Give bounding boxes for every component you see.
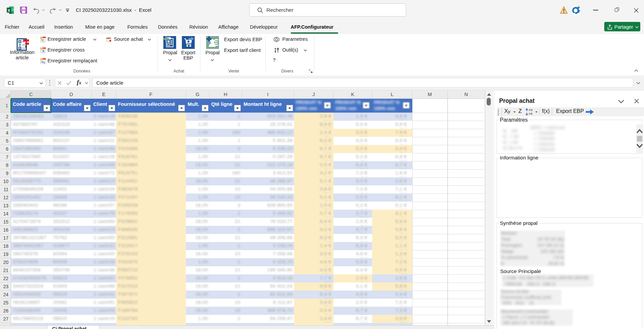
svg-text:FR: FR [529,109,533,112]
svg-text:Y: Y [578,9,581,14]
svg-text:c: c [44,61,45,64]
svg-text:€: € [42,38,44,42]
svg-text:X: X [8,8,10,12]
svg-text:FR: FR [529,112,533,116]
svg-text:X: X [42,49,45,53]
